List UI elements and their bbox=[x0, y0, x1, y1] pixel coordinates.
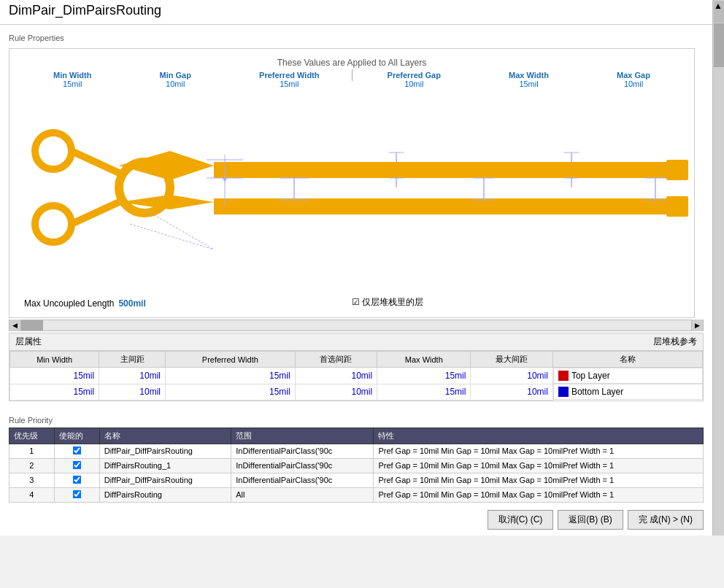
max-uncoupled-value: 500mil bbox=[118, 298, 145, 309]
cell-enabled[interactable] bbox=[54, 487, 99, 502]
cell-priority: 3 bbox=[9, 473, 55, 487]
cell-enabled[interactable] bbox=[54, 473, 99, 487]
th-max-gap: 最大间距 bbox=[471, 352, 553, 368]
svg-rect-9 bbox=[666, 160, 688, 180]
cell-enabled[interactable] bbox=[54, 458, 99, 473]
svg-line-33 bbox=[145, 209, 214, 249]
th-main-gap: 主间距 bbox=[99, 352, 166, 368]
cell-priority: 2 bbox=[9, 458, 55, 473]
scrollbar-thumb[interactable] bbox=[714, 23, 724, 67]
cancel-button[interactable]: 取消(C) (C) bbox=[488, 510, 554, 530]
svg-rect-7 bbox=[214, 162, 674, 178]
th-name: 名称 bbox=[99, 428, 231, 444]
col-value-pref-width: 15mil bbox=[280, 80, 299, 88]
col-label-min-width: Min Width bbox=[53, 71, 91, 80]
cell-layer-name: Bottom Layer bbox=[553, 384, 703, 400]
cell-main-gap: 10mil bbox=[99, 368, 166, 384]
finish-button[interactable]: 完 成(N) > (N) bbox=[628, 510, 704, 530]
th-priority: 优先级 bbox=[9, 428, 55, 444]
horizontal-scrollbar[interactable]: ◀ ▶ bbox=[9, 320, 704, 331]
col-label-max-gap: Max Gap bbox=[617, 71, 650, 80]
cell-pref-width: 15mil bbox=[165, 384, 295, 400]
cell-properties: Pref Gap = 10mil Min Gap = 10mil Max Gap… bbox=[374, 473, 704, 487]
enabled-checkbox[interactable] bbox=[72, 490, 81, 498]
th-pref-gap: 首选间距 bbox=[295, 352, 377, 368]
priority-table-row: 3 DiffPair_DiffPairsRouting InDifferenti… bbox=[9, 473, 704, 487]
th-min-width: Min Width bbox=[10, 352, 99, 368]
cell-properties: Pref Gap = 10mil Min Gap = 10mil Max Gap… bbox=[374, 458, 704, 473]
cell-scope: InDifferentialPairClass('90c bbox=[231, 458, 374, 473]
col-value-pref-gap: 10mil bbox=[404, 80, 423, 88]
bottom-button-bar: 取消(C) (C) 返回(B) (B) 完 成(N) > (N) bbox=[0, 503, 712, 535]
rule-priority-label: Rule Priority bbox=[9, 416, 704, 425]
scroll-right-arrow[interactable]: ▶ bbox=[691, 320, 703, 331]
svg-marker-5 bbox=[119, 151, 214, 180]
scroll-track[interactable] bbox=[21, 320, 691, 330]
cell-min-width: 15mil bbox=[10, 368, 99, 384]
th-max-width: Max Width bbox=[377, 352, 471, 368]
cell-pref-width: 15mil bbox=[165, 368, 295, 384]
cell-scope: All bbox=[231, 487, 374, 502]
cell-max-width: 15mil bbox=[377, 384, 471, 400]
svg-line-4 bbox=[72, 202, 119, 224]
cell-scope: InDifferentialPairClass('90c bbox=[231, 444, 374, 458]
layer-color-indicator bbox=[558, 387, 569, 397]
col-value-max-width: 15mil bbox=[519, 80, 538, 88]
cell-properties: Pref Gap = 10mil Min Gap = 10mil Max Gap… bbox=[374, 444, 704, 458]
priority-data-table: 优先级 使能的 名称 范围 特性 1 DiffPair_DiffPairsRou… bbox=[9, 428, 704, 503]
cell-pref-gap: 10mil bbox=[295, 384, 377, 400]
scrollbar-up-arrow[interactable]: ▲ bbox=[714, 1, 724, 23]
layer-table-section: 层属性 层堆栈参考 Min Width 主间距 Preferred Width … bbox=[9, 333, 704, 401]
enabled-checkbox[interactable] bbox=[72, 475, 81, 484]
cell-pref-gap: 10mil bbox=[295, 368, 377, 384]
diagram-area: These Values are Applied to All Layers M… bbox=[9, 48, 695, 318]
back-button[interactable]: 返回(B) (B) bbox=[558, 510, 623, 530]
layer-name-text: Bottom Layer bbox=[571, 387, 623, 397]
layer-data-table: Min Width 主间距 Preferred Width 首选间距 Max W… bbox=[9, 351, 703, 401]
th-layer-name: 名称 bbox=[552, 352, 702, 368]
table-row: 15mil 10mil 15mil 10mil 15mil 10mil Top … bbox=[10, 368, 703, 384]
cell-max-gap: 10mil bbox=[471, 384, 553, 400]
svg-point-0 bbox=[35, 133, 72, 169]
max-uncoupled-label: Max Uncoupled Length bbox=[24, 298, 114, 309]
cell-rule-name: DiffPairsRouting_1 bbox=[99, 458, 231, 473]
svg-line-3 bbox=[72, 151, 119, 173]
col-label-pref-gap: Preferred Gap bbox=[388, 71, 441, 80]
right-scrollbar[interactable]: ▲ bbox=[712, 0, 724, 535]
enabled-checkbox[interactable] bbox=[72, 446, 81, 454]
col-label-pref-width: Preferred Width bbox=[259, 71, 319, 80]
checkbox-layers[interactable]: ☑ 仅层堆栈里的层 bbox=[352, 296, 423, 309]
table-row: 15mil 10mil 15mil 10mil 15mil 10mil Bott… bbox=[10, 384, 703, 400]
rule-properties-label: Rule Properties bbox=[0, 31, 712, 45]
routing-diagram bbox=[17, 107, 688, 268]
scroll-thumb[interactable] bbox=[21, 320, 43, 330]
separator-line bbox=[352, 69, 353, 81]
cell-max-gap: 10mil bbox=[471, 368, 553, 384]
svg-rect-8 bbox=[214, 198, 674, 214]
svg-line-32 bbox=[130, 224, 214, 249]
cell-properties: Pref Gap = 10mil Min Gap = 10mil Max Gap… bbox=[374, 487, 704, 502]
priority-table-row: 2 DiffPairsRouting_1 InDifferentialPairC… bbox=[9, 458, 704, 473]
col-label-min-gap: Min Gap bbox=[160, 71, 191, 80]
svg-rect-10 bbox=[666, 196, 688, 217]
cell-rule-name: DiffPair_DiffPairsRouting bbox=[99, 473, 231, 487]
priority-table-row: 1 DiffPair_DiffPairsRouting InDifferenti… bbox=[9, 444, 704, 458]
cell-layer-name: Top Layer bbox=[553, 368, 703, 384]
priority-table-row: 4 DiffPairsRouting All Pref Gap = 10mil … bbox=[9, 487, 704, 502]
cell-priority: 4 bbox=[9, 487, 55, 502]
layer-name-text: Top Layer bbox=[571, 371, 610, 381]
col-label-max-width: Max Width bbox=[509, 71, 549, 80]
cell-enabled[interactable] bbox=[54, 444, 99, 458]
scroll-left-arrow[interactable]: ◀ bbox=[9, 320, 21, 331]
th-pref-width: Preferred Width bbox=[165, 352, 295, 368]
bottom-labels: Max Uncoupled Length 500mil bbox=[24, 298, 146, 309]
col-value-min-width: 15mil bbox=[63, 80, 82, 88]
table-section-left-label: 层属性 bbox=[15, 336, 42, 348]
cell-priority: 1 bbox=[9, 444, 55, 458]
cell-rule-name: DiffPairsRouting bbox=[99, 487, 231, 502]
diagram-header-text: These Values are Applied to All Layers bbox=[277, 52, 427, 68]
layer-color-indicator bbox=[558, 371, 569, 381]
cell-main-gap: 10mil bbox=[99, 384, 166, 400]
enabled-checkbox[interactable] bbox=[72, 460, 81, 469]
cell-scope: InDifferentialPairClass('90c bbox=[231, 473, 374, 487]
